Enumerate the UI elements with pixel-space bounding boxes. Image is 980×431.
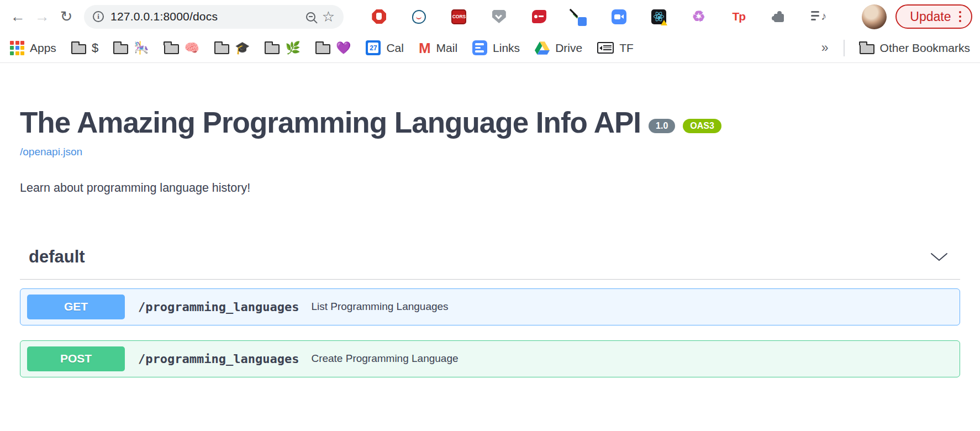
api-description: Learn about programming language history… (20, 181, 960, 195)
music-playlist-icon[interactable]: ♪ (810, 8, 828, 25)
bookmark-apps[interactable]: Apps (10, 41, 56, 55)
bookmark-folder-carousel[interactable]: 🎠 (113, 42, 149, 54)
bookmark-label: Links (493, 41, 520, 55)
folder-icon (315, 44, 330, 54)
bookmark-label: 🎠 (134, 42, 149, 54)
version-badge: 1.0 (649, 119, 675, 134)
section-title: default (29, 247, 85, 267)
chevron-down-icon[interactable] (930, 253, 948, 261)
bookmark-folder-gradcap[interactable]: 🎓 (214, 42, 250, 54)
bookmark-label: 💜 (336, 42, 351, 54)
bookmark-star-icon[interactable]: ☆ (322, 9, 335, 24)
bookmark-label: Apps (30, 41, 56, 55)
eyedropper-icon[interactable] (570, 8, 588, 25)
openapi-json-link[interactable]: /openapi.json (20, 146, 82, 158)
tf-card-icon (597, 42, 614, 54)
drive-icon (535, 41, 550, 55)
endpoint-path: /programming_languages (138, 300, 299, 314)
bookmark-label: Other Bookmarks (880, 41, 970, 55)
red-redirect-icon[interactable] (530, 8, 548, 25)
bookmark-mail[interactable]: M Mail (419, 41, 457, 55)
toucan-icon[interactable]: Tp (730, 8, 747, 25)
folder-icon (265, 44, 280, 54)
calendar-icon: 27 (366, 40, 381, 55)
api-info-block: The Amazing Programming Language Info AP… (20, 107, 960, 195)
back-button[interactable]: ← (6, 4, 30, 29)
extensions-puzzle-icon[interactable] (770, 8, 788, 25)
bookmark-links[interactable]: Links (472, 40, 520, 55)
bookmark-label: Drive (555, 41, 582, 55)
chat-bubble-icon[interactable] (410, 8, 428, 25)
browser-menu-kebab-icon[interactable] (959, 11, 962, 23)
bookmark-drive[interactable]: Drive (535, 41, 582, 55)
bookmark-folder-brain[interactable]: 🧠 (164, 42, 199, 54)
swagger-page: The Amazing Programming Language Info AP… (0, 107, 980, 377)
cors-icon[interactable]: CORS (450, 8, 468, 25)
bookmark-label: 🌿 (285, 42, 300, 54)
bookmark-folder-dollar[interactable]: $ (71, 42, 98, 54)
section-default-header[interactable]: default (20, 244, 960, 280)
bookmark-label: $ (92, 42, 98, 54)
bookmarks-separator (844, 40, 845, 56)
site-info-icon[interactable]: i (93, 11, 104, 22)
zoom-out-icon[interactable] (306, 12, 315, 22)
page-title: The Amazing Programming Language Info AP… (20, 107, 960, 138)
bookmark-folder-herb[interactable]: 🌿 (265, 42, 300, 54)
bookmark-label: Cal (386, 41, 404, 55)
oas3-badge: OAS3 (683, 119, 721, 134)
forward-button[interactable]: → (30, 4, 54, 29)
gmail-icon: M (419, 41, 431, 55)
reload-button[interactable]: ↻ (54, 4, 78, 29)
recycle-icon[interactable]: ♻ (690, 8, 708, 25)
bookmark-tf[interactable]: TF (597, 41, 634, 55)
folder-icon (214, 44, 229, 54)
bookmark-calendar[interactable]: 27 Cal (366, 40, 404, 55)
update-button[interactable]: Update (895, 4, 972, 29)
adblock-stop-hand-icon[interactable] (370, 8, 388, 25)
bookmark-folder-purpleheart[interactable]: 💜 (315, 42, 351, 54)
bookmark-label: TF (619, 41, 634, 55)
profile-avatar[interactable] (862, 4, 887, 29)
folder-icon (71, 44, 86, 54)
folder-icon (860, 44, 874, 54)
endpoint-row-post[interactable]: POST /programming_languages Create Progr… (20, 340, 960, 377)
folder-icon (164, 44, 179, 54)
bookmark-label: Mail (436, 41, 458, 55)
endpoint-path: /programming_languages (138, 352, 299, 366)
pocket-shield-icon[interactable] (490, 8, 508, 25)
bookmark-label: 🧠 (185, 42, 199, 54)
update-label: Update (910, 9, 951, 24)
browser-toolbar: ← → ↻ i 127.0.0.1:8000/docs ☆ CORS ♻ Tp … (0, 0, 980, 33)
apps-grid-icon (10, 41, 24, 55)
section-default: default GET /programming_languages List … (20, 244, 960, 377)
get-method-badge: GET (27, 295, 125, 319)
extensions-row: CORS ♻ Tp ♪ (348, 8, 850, 25)
post-method-badge: POST (27, 346, 125, 371)
folder-icon (113, 44, 128, 54)
bookmarks-bar: Apps $ 🎠 🧠 🎓 🌿 💜 27 Cal M Mail Links (0, 33, 980, 63)
endpoint-summary: List Programming Languages (311, 301, 448, 313)
endpoint-row-get[interactable]: GET /programming_languages List Programm… (20, 288, 960, 325)
endpoint-summary: Create Programming Language (311, 353, 458, 365)
bookmark-label: 🎓 (235, 42, 250, 54)
zoom-video-icon[interactable] (610, 8, 628, 25)
bookmarks-overflow-chevron[interactable]: » (821, 40, 829, 55)
links-icon (472, 40, 487, 55)
react-devtools-icon[interactable] (650, 8, 668, 25)
other-bookmarks[interactable]: Other Bookmarks (860, 41, 970, 55)
address-bar[interactable]: i 127.0.0.1:8000/docs ☆ (84, 5, 344, 29)
url-text[interactable]: 127.0.0.1:8000/docs (110, 10, 299, 23)
